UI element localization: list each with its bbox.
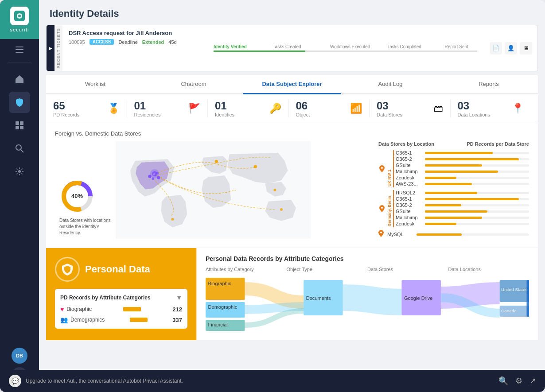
svg-point-17 [254, 165, 257, 168]
logo[interactable]: securiti [0, 0, 39, 39]
svg-point-2 [18, 15, 21, 17]
svg-text:Documents: Documents [306, 296, 331, 301]
region-pin-berlin [378, 190, 385, 227]
ticket-actions: 📄 👤 🖥 [484, 25, 537, 71]
svg-point-24 [148, 175, 151, 178]
footer-search-icon[interactable]: 🔍 [498, 376, 508, 386]
ticket-toggle[interactable]: ▶ [47, 25, 54, 71]
svg-point-33 [381, 207, 383, 209]
pd-demo-label: Demographics [70, 317, 105, 323]
svg-point-19 [280, 208, 283, 211]
stats-row: 65 PD Records 🏅 01 Residencies 🚩 01 Iden… [46, 94, 538, 123]
ds-row: Mailchimp [396, 169, 529, 174]
ds-row: O365-2 [396, 202, 529, 208]
pd-row-demographics: 👥 Demographics 337 [60, 316, 182, 323]
ds-row: GSuite [396, 209, 529, 214]
stat-ds-label: Data Stores [377, 112, 402, 117]
stat-id-number: 01 [215, 100, 234, 112]
ticket-content: DSR Access request for Jill Anderson 100… [62, 25, 206, 71]
berlin-stores: HRSQL2 O365-1 O365-2 [396, 190, 529, 227]
footer-filter-icon[interactable]: ⚙ [515, 376, 522, 386]
footer-actions: 🔍 ⚙ ↗ [498, 376, 536, 386]
step-1-label: Identity Verified [214, 44, 246, 49]
stat-pd-icon: 🏅 [108, 103, 120, 114]
stat-res-icon: 🚩 [188, 103, 200, 114]
svg-point-25 [157, 176, 160, 179]
svg-text:⌂: ⌂ [153, 172, 155, 176]
footer-bar: 💬 Upgrade to meet Auti, the conversation… [0, 370, 545, 392]
bottom-section: Personal Data PD Records by Attribute Ca… [46, 248, 538, 340]
pd-demo-bar [130, 318, 148, 322]
tab-audit-log[interactable]: Audit Log [341, 75, 440, 93]
svg-text:40%: 40% [71, 193, 83, 199]
svg-rect-9 [20, 121, 23, 125]
pd-dropdown-arrow[interactable]: ▼ [176, 294, 182, 301]
stat-ds-number: 03 [377, 100, 402, 112]
pd-sub-title: PD Records by Attribute Categories [60, 295, 151, 301]
hamburger-menu[interactable] [11, 41, 28, 58]
ticket-bar: ▶ RECENT TICKETS DSR Access request for … [46, 25, 538, 71]
tab-data-subject-explorer[interactable]: Data Subject Explorer [243, 75, 341, 94]
user-avatar[interactable]: DB [12, 348, 27, 364]
region-mysql: MySQL [378, 230, 529, 239]
ticket-action-1[interactable]: 📄 [490, 42, 502, 54]
region-pin-mysql [378, 230, 385, 239]
sidebar-item-dashboard[interactable] [9, 115, 30, 136]
step-5-label: Report Sent [443, 44, 468, 49]
map-title: Foreign vs. Domestic Data Stores [55, 130, 529, 137]
pd-demo-count: 337 [172, 317, 182, 323]
svg-point-34 [380, 232, 382, 233]
svg-text:United States: United States [501, 287, 528, 292]
footer-chat: 💬 Upgrade to meet Auti, the conversation… [9, 375, 183, 387]
col-ds: Data Stores [367, 267, 448, 272]
sidebar-item-shield[interactable] [9, 92, 30, 113]
tab-worklist[interactable]: Worklist [46, 75, 144, 93]
ds-row: AWS-23... [396, 181, 529, 186]
map-section: Foreign vs. Domestic Data Stores [46, 123, 538, 248]
step-2-label: Tasks Created [271, 44, 301, 49]
sidebar-item-settings[interactable] [9, 161, 30, 182]
svg-text:Biographic: Biographic [208, 281, 231, 286]
footer-expand-icon[interactable]: ↗ [529, 376, 536, 386]
svg-text:Financial: Financial [208, 322, 228, 327]
ds-row: HRSQL2 [396, 190, 529, 195]
ticket-badge: ACCESS [90, 39, 114, 45]
stat-obj-icon: 📶 [350, 103, 362, 114]
stat-obj-number: 06 [296, 100, 310, 112]
ticket-deadline-days: 45d [168, 39, 176, 45]
tab-reports[interactable]: Reports [440, 75, 538, 93]
ticket-action-3[interactable]: 🖥 [520, 42, 532, 54]
sidebar-item-home[interactable] [9, 69, 30, 90]
col-obj: Object Type [287, 267, 368, 272]
col-attr: Attributes by Category [206, 267, 287, 272]
stat-pd-label: PD Records [53, 112, 79, 117]
progress-steps: Identity Verified Tasks Created Workflow… [206, 25, 484, 71]
pd-title: Personal Data [85, 264, 150, 275]
chart-title: Personal Data Records by Attribute Categ… [206, 255, 529, 262]
tab-chatroom[interactable]: Chatroom [144, 75, 243, 93]
stat-dl-number: 03 [458, 100, 490, 112]
ticket-title: DSR Access request for Jill Anderson [69, 30, 200, 36]
ticket-action-2[interactable]: 👤 [505, 42, 517, 54]
personal-data-card: Personal Data PD Records by Attribute Ca… [46, 248, 197, 340]
tabs-row: Worklist Chatroom Data Subject Explorer … [46, 75, 538, 94]
svg-rect-8 [16, 121, 19, 125]
step-3-label: Workflows Executed [328, 44, 370, 49]
hamburger-icon [16, 47, 23, 53]
logo-box [10, 7, 29, 25]
ds-row: O365-2 [396, 156, 529, 162]
ticket-id: 100095 [69, 39, 85, 45]
chart-col-headers: Attributes by Category Object Type Data … [206, 267, 529, 272]
sidebar-nav [9, 64, 30, 346]
region-berlin-label: Germany, Berlin [387, 190, 394, 227]
stat-res-number: 01 [134, 100, 161, 112]
pd-bio-label: Biographic [66, 306, 92, 312]
svg-point-32 [381, 167, 383, 169]
ds-pd-title: PD Records per Data Store [467, 141, 529, 147]
svg-line-13 [21, 150, 23, 152]
svg-rect-5 [16, 52, 23, 53]
stat-data-locations: 03 Data Locations 📍 [451, 100, 531, 117]
sidebar-item-search[interactable] [9, 138, 30, 159]
stat-dl-icon: 📍 [512, 103, 524, 114]
svg-rect-49 [526, 280, 529, 317]
